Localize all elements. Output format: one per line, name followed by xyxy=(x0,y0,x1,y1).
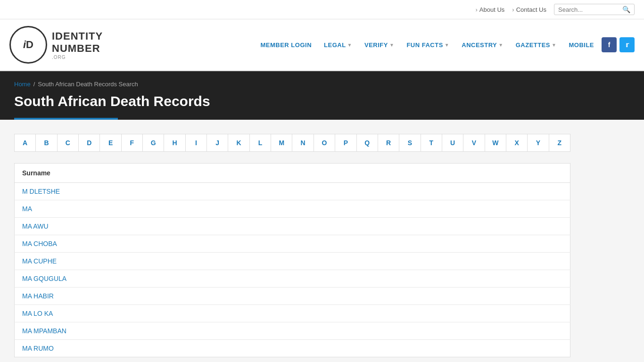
table-row: MA xyxy=(15,200,570,218)
alpha-letter-n[interactable]: N xyxy=(292,134,314,151)
logo-line3: .ORG xyxy=(52,55,103,60)
table-row: M DLETSHE xyxy=(15,183,570,200)
alpha-letter-z[interactable]: Z xyxy=(549,134,570,151)
alpha-letter-y[interactable]: Y xyxy=(528,134,549,151)
alpha-letter-v[interactable]: V xyxy=(463,134,485,151)
record-link[interactable]: MA GQUGULA xyxy=(22,275,66,282)
alpha-letter-t[interactable]: T xyxy=(421,134,442,151)
alpha-letter-r[interactable]: R xyxy=(378,134,399,151)
alpha-letter-a[interactable]: A xyxy=(15,134,36,151)
alpha-letter-j[interactable]: J xyxy=(207,134,228,151)
main-nav: MEMBER LOGIN LEGAL ▼ VERIFY ▼ FUN FACTS … xyxy=(256,37,635,52)
chevron-down-icon: ▼ xyxy=(445,42,449,48)
alpha-letter-o[interactable]: O xyxy=(314,134,335,151)
chevron-down-icon: ▼ xyxy=(389,42,394,48)
table-row: MA AWU xyxy=(15,218,570,235)
facebook-link[interactable]: f xyxy=(602,37,617,52)
record-cell: MA AWU xyxy=(15,218,570,235)
record-cell: MA RUMO xyxy=(15,340,570,357)
hero-section: Home / South African Death Records Searc… xyxy=(0,71,644,120)
search-button[interactable]: 🔍 xyxy=(622,6,630,13)
record-cell: MA HABIR xyxy=(15,288,570,305)
record-cell: MA xyxy=(15,200,570,218)
nav-verify[interactable]: VERIFY ▼ xyxy=(360,39,399,51)
nav-gazettes[interactable]: GAZETTES ▼ xyxy=(511,39,561,51)
logo-link[interactable]: iD IDENTITY NUMBER .ORG xyxy=(9,26,103,64)
record-cell: MA GQUGULA xyxy=(15,270,570,288)
alpha-letter-x[interactable]: X xyxy=(506,134,528,151)
search-bar: 🔍 xyxy=(554,4,635,15)
record-link[interactable]: M DLETSHE xyxy=(22,188,60,195)
table-row: MA MPAMBAN xyxy=(15,322,570,340)
alpha-letter-f[interactable]: F xyxy=(122,134,143,151)
page-title: South African Death Records xyxy=(14,93,630,117)
surname-column-header: Surname xyxy=(15,164,570,183)
nav-ancestry[interactable]: ANCESTRY ▼ xyxy=(457,39,508,51)
main-content: ABCDEFGHIJKLMNOPQRSTUVWXYZ Surname M DLE… xyxy=(0,120,644,362)
nav-mobile[interactable]: MOBILE xyxy=(564,39,599,51)
record-link[interactable]: MA CUPHE xyxy=(22,257,57,265)
record-link[interactable]: MA xyxy=(22,205,32,213)
table-row: MA RUMO xyxy=(15,340,570,357)
table-row: MA CUPHE xyxy=(15,253,570,270)
logo-icon: iD xyxy=(9,26,47,64)
record-link[interactable]: MA RUMO xyxy=(22,345,54,352)
alpha-letter-p[interactable]: P xyxy=(335,134,356,151)
record-cell: MA CUPHE xyxy=(15,253,570,270)
alpha-letter-b[interactable]: B xyxy=(36,134,57,151)
logo-line1: IDENTITY xyxy=(52,30,103,42)
alpha-letter-l[interactable]: L xyxy=(250,134,271,151)
record-cell: MA LO KA xyxy=(15,305,570,322)
search-input[interactable] xyxy=(558,6,619,13)
record-link[interactable]: MA LO KA xyxy=(22,310,53,317)
record-cell: M DLETSHE xyxy=(15,183,570,200)
header: iD IDENTITY NUMBER .ORG MEMBER LOGIN LEG… xyxy=(0,19,644,71)
alpha-letter-w[interactable]: W xyxy=(485,134,506,151)
alpha-letter-i[interactable]: I xyxy=(186,134,207,151)
alpha-letter-g[interactable]: G xyxy=(143,134,164,151)
record-link[interactable]: MA MPAMBAN xyxy=(22,327,66,335)
record-link[interactable]: MA HABIR xyxy=(22,292,54,300)
table-row: MA GQUGULA xyxy=(15,270,570,288)
table-row: MA CHOBA xyxy=(15,235,570,253)
alpha-letter-c[interactable]: C xyxy=(58,134,79,151)
alpha-letter-q[interactable]: Q xyxy=(357,134,378,151)
social-icons: f 𝕣 xyxy=(602,37,635,52)
alpha-letter-s[interactable]: S xyxy=(399,134,421,151)
record-cell: MA CHOBA xyxy=(15,235,570,253)
logo-line2: NUMBER xyxy=(52,42,103,55)
alpha-letter-h[interactable]: H xyxy=(164,134,185,151)
alpha-letter-e[interactable]: E xyxy=(100,134,121,151)
alpha-letter-u[interactable]: U xyxy=(442,134,463,151)
record-link[interactable]: MA CHOBA xyxy=(22,240,57,247)
records-table: Surname M DLETSHEMAMA AWUMA CHOBAMA CUPH… xyxy=(14,163,570,357)
alphabet-nav: ABCDEFGHIJKLMNOPQRSTUVWXYZ xyxy=(14,134,570,152)
nav-legal[interactable]: LEGAL ▼ xyxy=(319,39,357,51)
alpha-letter-k[interactable]: K xyxy=(228,134,249,151)
top-bar: About Us Contact Us 🔍 xyxy=(0,0,644,19)
logo-text: IDENTITY NUMBER .ORG xyxy=(52,30,103,60)
breadcrumb-current: South African Death Records Search xyxy=(38,81,138,88)
record-cell: MA MPAMBAN xyxy=(15,322,570,340)
alpha-letter-m[interactable]: M xyxy=(271,134,292,151)
table-row: MA LO KA xyxy=(15,305,570,322)
record-link[interactable]: MA AWU xyxy=(22,222,49,230)
chevron-down-icon: ▼ xyxy=(498,42,503,48)
alpha-letter-d[interactable]: D xyxy=(79,134,100,151)
twitter-link[interactable]: 𝕣 xyxy=(619,37,635,52)
breadcrumb-home[interactable]: Home xyxy=(14,81,31,88)
about-us-link[interactable]: About Us xyxy=(476,6,505,13)
nav-member-login[interactable]: MEMBER LOGIN xyxy=(256,39,316,51)
chevron-down-icon: ▼ xyxy=(347,42,352,48)
nav-fun-facts[interactable]: FUN FACTS ▼ xyxy=(402,39,454,51)
contact-us-link[interactable]: Contact Us xyxy=(512,6,546,13)
table-row: MA HABIR xyxy=(15,288,570,305)
chevron-down-icon: ▼ xyxy=(552,42,556,48)
breadcrumb-separator: / xyxy=(33,81,35,88)
breadcrumb: Home / South African Death Records Searc… xyxy=(14,81,630,88)
